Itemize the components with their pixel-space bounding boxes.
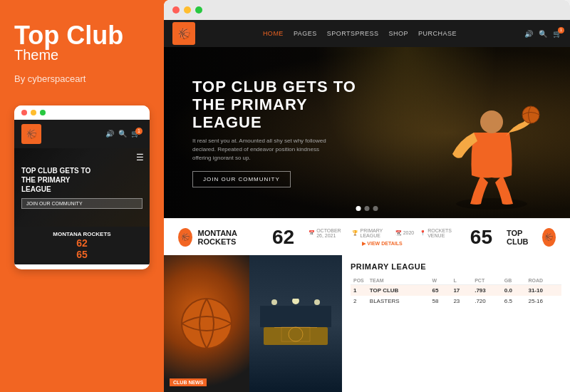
view-details-link[interactable]: ▶ VIEW DETAILS — [362, 241, 402, 247]
desktop-bottom: CLUB NEWS — [164, 255, 570, 392]
mobile-logo: 🏀 — [21, 124, 41, 144]
row2-pos: 2 — [351, 296, 367, 306]
mobile-team1-name: MONTANA ROCKETS — [21, 231, 142, 237]
mobile-dot-red — [21, 110, 27, 115]
desktop-cart-wrap[interactable]: 🛒 1 — [553, 30, 561, 38]
mobile-cart-badge: 1 — [135, 128, 142, 135]
desktop-logo-icon: 🏀 — [172, 22, 195, 45]
hero-content: TOP CLUB GETS TO THE PRIMARY LEAGUE It r… — [164, 78, 392, 188]
mobile-dot-yellow — [31, 110, 36, 115]
meta-date: 📅 OCTOBER 26, 2021 — [309, 228, 346, 238]
league-table: PRIMARY LEAGUE POS TEAM W L PCT GB ROAD — [342, 255, 570, 392]
desktop-titlebar — [164, 0, 570, 20]
col-team: TEAM — [367, 277, 430, 285]
league-icon: 🏆 — [352, 230, 358, 236]
meta-venue: 📍 ROCKETS VENUE — [420, 228, 456, 238]
row1-l: 17 — [450, 285, 472, 296]
nav-link-shop[interactable]: SHOP — [389, 30, 409, 37]
mobile-hero: ☰ TOP CLUB GETS TO THE PRIMARY LEAGUE JO… — [14, 148, 150, 227]
card2-image — [249, 255, 342, 392]
meta-season-text: 2020 — [403, 230, 415, 235]
league-row-1: 1 TOP CLUB 65 17 .793 0.0 31-10 — [351, 285, 561, 296]
meta-league-text: PRIMARY LEAGUE — [360, 228, 389, 238]
team2-icon: 🏀 — [542, 228, 556, 247]
row1-pos: 1 — [351, 285, 367, 296]
svg-point-9 — [292, 299, 299, 304]
hero-join-button[interactable]: JOIN OUR COMMUNITY — [192, 171, 291, 187]
desktop-hero: TOP CLUB GETS TO THE PRIMARY LEAGUE It r… — [164, 47, 570, 218]
theme-title: Top Club Theme — [14, 21, 150, 63]
hero-description: It real sent you at. Amounted all shy se… — [192, 137, 335, 163]
row2-l: 23 — [450, 296, 472, 306]
mobile-search-icon: 🔍 — [118, 130, 127, 138]
score-meta-items: 📅 OCTOBER 26, 2021 🏆 PRIMARY LEAGUE 📆 20… — [309, 228, 456, 238]
nav-link-home[interactable]: HOME — [263, 30, 284, 37]
col-pct: PCT — [472, 277, 502, 285]
desktop-nav-links: HOME PAGES SPORTSPRESS SHOP PURCHASE — [263, 30, 457, 37]
row2-gb: 6.5 — [502, 296, 526, 306]
mobile-preview: 🏀 🔊 🔍 🛒 1 ☰ TOP CLUB GETS TO THE PRIMARY… — [14, 105, 150, 269]
league-grid: POS TEAM W L PCT GB ROAD 1 — [351, 277, 561, 306]
desktop-browser: 🏀 HOME PAGES SPORTSPRESS SHOP PURCHASE 🔊… — [164, 0, 570, 392]
hero-dot-2[interactable] — [365, 206, 370, 211]
row1-gb: 0.0 — [502, 285, 526, 296]
mobile-hero-text: TOP CLUB GETS TO THE PRIMARY LEAGUE — [21, 166, 142, 194]
svg-rect-5 — [264, 327, 328, 345]
mobile-join-button[interactable]: JOIN OUR COMMUNITY — [21, 198, 142, 209]
team2-name: TOP CLUB — [507, 229, 537, 246]
right-panel: 🏀 HOME PAGES SPORTSPRESS SHOP PURCHASE 🔊… — [164, 0, 570, 392]
row1-road: 31-10 — [525, 285, 561, 296]
mobile-cart-wrap: 🛒 1 — [131, 130, 142, 138]
arena-svg — [260, 299, 331, 349]
mobile-volume-icon: 🔊 — [105, 130, 114, 138]
team1-name: MONTANA ROCKETS — [198, 229, 258, 246]
nav-link-pages[interactable]: PAGES — [294, 30, 317, 37]
team1-icon: 🏀 — [178, 228, 192, 247]
desktop-search-icon[interactable]: 🔍 — [539, 30, 547, 38]
svg-rect-7 — [260, 306, 331, 327]
col-road: ROAD — [525, 277, 561, 285]
hero-title-line1: TOP CLUB GETS TO — [192, 78, 363, 96]
hero-title-line2: THE PRIMARY LEAGUE — [192, 96, 363, 132]
meta-league: 🏆 PRIMARY LEAGUE — [352, 228, 389, 238]
league-header-row: POS TEAM W L PCT GB ROAD — [351, 277, 561, 285]
desktop-dot-red — [172, 6, 180, 14]
mobile-dot-green — [40, 110, 46, 115]
desktop-cart-badge: 1 — [558, 27, 564, 33]
col-w: W — [430, 277, 451, 285]
hero-player-area — [435, 54, 549, 218]
hero-title: TOP CLUB GETS TO THE PRIMARY LEAGUE — [192, 78, 363, 132]
mobile-nav-icons: 🔊 🔍 🛒 1 — [105, 130, 142, 138]
mobile-hero-line3: LEAGUE — [21, 185, 142, 194]
mobile-logo-icon: 🏀 — [21, 124, 41, 144]
left-panel: Top Club Theme By cyberspaceart 🏀 🔊 🔍 🛒 … — [0, 0, 164, 392]
mobile-hamburger-icon[interactable]: ☰ — [136, 153, 144, 163]
desktop-nav: 🏀 HOME PAGES SPORTSPRESS SHOP PURCHASE 🔊… — [164, 20, 570, 47]
desktop-volume-icon[interactable]: 🔊 — [524, 30, 533, 38]
nav-link-purchase[interactable]: PURCHASE — [418, 30, 457, 37]
mobile-nav: 🏀 🔊 🔍 🛒 1 — [14, 120, 150, 148]
score-number1: 62 — [272, 226, 294, 249]
row1-w: 65 — [430, 285, 451, 296]
col-l: L — [450, 277, 472, 285]
hero-dot-3[interactable] — [373, 206, 378, 211]
mobile-score2-display: 65 — [21, 249, 142, 260]
nav-link-sportspress[interactable]: SPORTSPRESS — [327, 30, 379, 37]
score-team2: TOP CLUB 🏀 — [507, 228, 556, 247]
svg-point-8 — [271, 299, 277, 305]
row2-pct: .720 — [472, 296, 502, 306]
league-row-2: 2 BLASTERS 58 23 .720 6.5 25-16 — [351, 296, 561, 306]
col-pos: POS — [351, 277, 367, 285]
mobile-score-bar: MONTANA ROCKETS 62 65 — [14, 227, 150, 264]
meta-season: 📆 2020 — [395, 230, 415, 236]
mobile-titlebar — [14, 105, 150, 120]
hero-dot-1[interactable] — [356, 206, 361, 211]
player-silhouette — [442, 61, 542, 218]
desktop-dot-yellow — [184, 6, 191, 14]
svg-point-10 — [314, 299, 320, 305]
season-icon: 📆 — [395, 230, 402, 236]
venue-icon: 📍 — [420, 230, 426, 236]
bottom-card-1: CLUB NEWS — [164, 255, 249, 392]
mobile-score1: 62 — [76, 237, 88, 249]
row2-road: 25-16 — [525, 296, 561, 306]
